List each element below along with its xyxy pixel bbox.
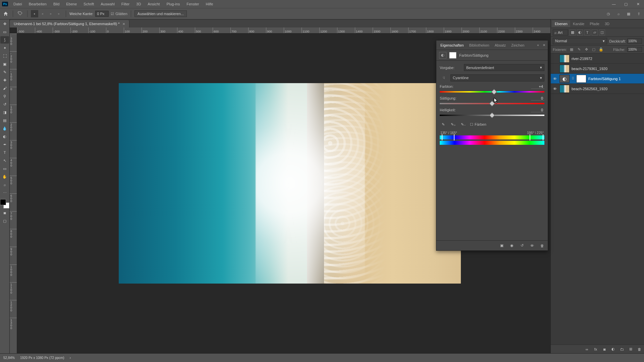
color-swatch[interactable] bbox=[0, 199, 9, 208]
menu-layer[interactable]: Ebene bbox=[63, 1, 80, 7]
sel-subtract-button[interactable]: ▫ bbox=[47, 10, 54, 17]
reset-icon[interactable]: ↺ bbox=[519, 243, 525, 249]
menu-help[interactable]: Hilfe bbox=[202, 1, 216, 7]
lock-artboard-icon[interactable]: ▢ bbox=[591, 47, 596, 52]
tab-properties[interactable]: Eigenschaften bbox=[438, 42, 467, 49]
cloud-docs-icon[interactable]: ◷ bbox=[605, 10, 612, 17]
hue-value[interactable]: +4 bbox=[531, 84, 544, 89]
layer-row[interactable]: 👁beach-2562563_1920 bbox=[551, 84, 644, 94]
doc-dims[interactable]: 1920 Px x 1080 Px (72 ppcm) bbox=[20, 356, 64, 360]
wand-tool[interactable]: ✦ bbox=[0, 44, 9, 52]
tab-libraries[interactable]: Bibliotheken bbox=[467, 42, 492, 49]
stamp-tool[interactable]: ⚲ bbox=[0, 93, 9, 100]
menu-plugins[interactable]: Plug-ins bbox=[163, 1, 183, 7]
opacity-input[interactable] bbox=[627, 39, 642, 44]
move-tool[interactable]: ✥ bbox=[0, 20, 9, 27]
shape-tool[interactable]: ▭ bbox=[0, 165, 9, 172]
lock-brush-icon[interactable]: ✎ bbox=[576, 47, 582, 52]
crop-tool[interactable]: ⛶ bbox=[0, 52, 9, 60]
delete-layer-icon[interactable]: 🗑 bbox=[637, 347, 642, 352]
layer-row[interactable]: 👁◐⠿Farbton/Sättigung 1 bbox=[551, 74, 644, 84]
menu-image[interactable]: Bild bbox=[50, 1, 63, 7]
sel-intersect-button[interactable]: ▫ bbox=[55, 10, 62, 17]
workspace-icon[interactable]: ▦ bbox=[625, 10, 632, 17]
tab-layers[interactable]: Ebenen bbox=[552, 20, 570, 27]
visibility-icon[interactable]: 👁 bbox=[552, 86, 557, 92]
path-select-tool[interactable]: ↖ bbox=[0, 157, 9, 164]
link-icon[interactable]: ⠿ bbox=[572, 76, 574, 81]
sel-new-button[interactable]: ▪ bbox=[31, 10, 38, 17]
antialias-check[interactable]: ☑Glätten bbox=[111, 12, 127, 16]
hue-slider[interactable] bbox=[440, 90, 544, 94]
blend-mode-dropdown[interactable]: Normal▾ bbox=[553, 38, 607, 44]
hand-tool[interactable]: ✋ bbox=[0, 173, 9, 180]
tab-character[interactable]: Zeichen bbox=[508, 42, 527, 49]
channel-dropdown[interactable]: Cyantöne▾ bbox=[450, 74, 544, 81]
tab-3d[interactable]: 3D bbox=[602, 20, 612, 27]
lock-trans-icon[interactable]: ▦ bbox=[569, 47, 574, 52]
minimize-button[interactable]: — bbox=[608, 0, 620, 8]
maximize-button[interactable]: ▢ bbox=[620, 0, 632, 8]
hue-range-strip[interactable] bbox=[440, 135, 544, 139]
menu-edit[interactable]: Bearbeiten bbox=[25, 1, 50, 7]
properties-panel[interactable]: Eigenschaften Bibliotheken Absatz Zeiche… bbox=[436, 40, 548, 251]
mask-icon[interactable]: ◙ bbox=[602, 347, 607, 352]
layer-name[interactable]: Farbton/Sättigung 1 bbox=[588, 77, 621, 81]
quickmask-button[interactable]: ◙ bbox=[0, 209, 9, 217]
doc-tab[interactable]: Unbenannt-1 bei 52,8% (Farbton/Sättigung… bbox=[10, 20, 129, 27]
gradient-tool[interactable]: ▤ bbox=[0, 117, 9, 124]
menu-file[interactable]: Datei bbox=[10, 1, 25, 7]
delete-adj-icon[interactable]: 🗑 bbox=[539, 243, 545, 249]
eraser-tool[interactable]: ◨ bbox=[0, 109, 9, 116]
blur-tool[interactable]: 💧 bbox=[0, 125, 9, 132]
edit-toolbar[interactable]: ⋯ bbox=[0, 189, 9, 196]
lock-move-icon[interactable]: ✥ bbox=[584, 47, 589, 52]
eyedropper-sub-icon[interactable]: ✎₋ bbox=[460, 121, 467, 128]
view-prev-icon[interactable]: ◉ bbox=[509, 243, 515, 249]
screenmode-button[interactable]: ▢ bbox=[0, 217, 9, 225]
tab-channels[interactable]: Kanäle bbox=[570, 20, 587, 27]
tab-paths[interactable]: Pfade bbox=[587, 20, 602, 27]
menu-view[interactable]: Ansicht bbox=[144, 1, 163, 7]
lightness-value[interactable]: 0 bbox=[531, 108, 544, 112]
history-brush-tool[interactable]: ↺ bbox=[0, 101, 9, 108]
visibility-icon[interactable] bbox=[552, 66, 557, 71]
layer-row[interactable]: river-219972 bbox=[551, 54, 644, 64]
doc-close-icon[interactable]: ✕ bbox=[122, 22, 125, 26]
tab-paragraph[interactable]: Absatz bbox=[492, 42, 509, 49]
sel-add-button[interactable]: ▫ bbox=[39, 10, 46, 17]
brush-tool[interactable]: 🖌 bbox=[0, 84, 9, 92]
eyedropper-icon[interactable]: ✎ bbox=[440, 121, 446, 128]
pen-tool[interactable]: ✒ bbox=[0, 141, 9, 148]
mask-thumb[interactable] bbox=[576, 75, 586, 83]
zoom-readout[interactable]: 52,84% bbox=[3, 356, 15, 360]
visibility-icon[interactable]: 👁 bbox=[552, 76, 557, 81]
adj-layer-icon[interactable]: ◐ bbox=[610, 347, 616, 352]
lasso-tool[interactable]: ⟆ bbox=[0, 36, 9, 44]
select-and-mask-button[interactable]: Auswählen und maskieren... bbox=[135, 10, 187, 17]
layer-row[interactable]: beach-2179361_1920 bbox=[551, 64, 644, 74]
colorize-check[interactable]: ☐Färben bbox=[470, 122, 486, 127]
filter-pixel-icon[interactable]: ▩ bbox=[570, 29, 576, 36]
dodge-tool[interactable]: ◐ bbox=[0, 133, 9, 140]
group-icon[interactable]: 🗀 bbox=[619, 347, 625, 352]
home-button[interactable] bbox=[2, 10, 9, 17]
targeted-adjust-icon[interactable]: ☟ bbox=[440, 74, 448, 82]
layer-name[interactable]: river-219972 bbox=[572, 57, 592, 61]
menu-type[interactable]: Schrift bbox=[80, 1, 97, 7]
frame-tool[interactable]: ▣ bbox=[0, 60, 9, 68]
filter-shape-icon[interactable]: ▱ bbox=[592, 29, 598, 36]
feather-input[interactable] bbox=[95, 11, 109, 17]
close-button[interactable]: ✕ bbox=[632, 0, 644, 8]
lightness-slider[interactable] bbox=[440, 114, 544, 117]
menu-select[interactable]: Auswahl bbox=[97, 1, 118, 7]
fx-icon[interactable]: fx bbox=[593, 347, 598, 352]
saturation-value[interactable]: 0 bbox=[531, 96, 544, 101]
marquee-tool[interactable]: ▭ bbox=[0, 28, 9, 36]
eyedropper-add-icon[interactable]: ✎₊ bbox=[450, 121, 457, 128]
search-icon[interactable]: ⌕ bbox=[615, 10, 622, 17]
layer-name[interactable]: beach-2562563_1920 bbox=[572, 87, 607, 91]
mask-thumb-icon[interactable] bbox=[449, 52, 457, 59]
panel-close-icon[interactable]: ✕ bbox=[542, 43, 546, 48]
menu-filter[interactable]: Filter bbox=[118, 1, 133, 7]
